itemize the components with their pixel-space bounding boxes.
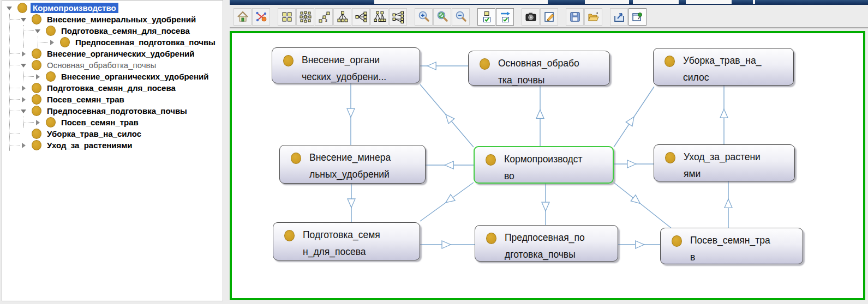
tree-item-label[interactable]: Основная_обработка_почвы [45, 60, 158, 70]
expand-arrow-icon[interactable] [21, 97, 32, 102]
tree-horizontal-layout-icon [355, 10, 368, 23]
tree-row[interactable]: Посев_семян_трав [35, 117, 223, 128]
network-button[interactable] [252, 8, 270, 26]
pin-button[interactable] [628, 8, 646, 26]
node-label: Уход_за_растениями [684, 145, 794, 183]
tree-item-label[interactable]: Кормопроизводство [31, 3, 118, 13]
export-button[interactable] [610, 8, 628, 26]
ontograf-view: s Внесение_органических_удобрени...Основ… [230, 0, 868, 304]
tree-item-label[interactable]: Внесение_минеральных_удобрений [45, 14, 198, 25]
open-folder-button[interactable] [584, 8, 602, 26]
edit-view-button[interactable] [540, 8, 558, 26]
tree-item-label[interactable]: Посев_семян_трав [59, 117, 141, 127]
tree-item-label[interactable]: Внесение_органических_удобрений [45, 48, 196, 59]
graph-canvas[interactable]: Внесение_органических_удобрени...Основна… [230, 31, 865, 300]
expand-arrow-icon[interactable] [21, 51, 32, 57]
class-icon [32, 94, 41, 105]
expand-arrow-icon[interactable] [35, 74, 46, 80]
grid-layout-button[interactable] [278, 8, 296, 26]
collapse-arrow-icon[interactable] [21, 106, 32, 116]
graph-node[interactable]: Внесение_минеральных_удобрений [279, 145, 426, 184]
tree-item-label[interactable]: Подготовка_семян_для_посева [59, 26, 192, 36]
graph-node[interactable]: Уход_за_растениями [654, 144, 795, 181]
zoom-reset-icon [436, 10, 449, 23]
class-tree: КормопроизводствоВнесение_минеральных_уд… [2, 1, 223, 151]
tree-row[interactable]: Предпосевная_подготовка_почвы [49, 37, 223, 48]
open-folder-icon [587, 10, 600, 23]
toolbar-group [415, 8, 470, 26]
tree-row[interactable]: Внесение_органических_удобрений [21, 48, 223, 59]
tab-fragment [374, 0, 548, 4]
zoom-out-button[interactable] [452, 8, 470, 26]
node-label: Внесение_минеральных_удобрений [309, 145, 425, 183]
tree-row[interactable]: Подготовка_семян_для_посева [21, 82, 223, 94]
pin-icon [631, 10, 644, 23]
class-icon [32, 83, 41, 93]
class-icon [46, 117, 56, 127]
tree-item-label[interactable]: Предпосевная_подготовка_почвы [45, 106, 189, 116]
save-button[interactable] [566, 8, 584, 26]
tree-item-label[interactable]: Уход_за_растениями [45, 140, 135, 150]
graph-node[interactable]: Уборка_трав_на_силос [653, 48, 794, 86]
expand-arrow-icon[interactable] [21, 86, 32, 91]
tree-row[interactable]: Внесение_органических_удобрений [35, 71, 223, 82]
class-icon [32, 106, 41, 116]
tree-item-label[interactable]: Предпосевная_подготовка_почвы [73, 37, 218, 47]
class-icon [32, 129, 41, 139]
tree-horizontal2-layout-button[interactable] [389, 8, 407, 26]
edit-view-icon [543, 10, 556, 23]
zoom-in-button[interactable] [415, 8, 433, 26]
node-label: Уборка_трав_на_силос [683, 48, 793, 86]
collapse-arrow-icon[interactable] [21, 15, 32, 25]
radial-layout-icon [299, 10, 312, 23]
node-label: Предпосевная_подготовка_почвы [505, 226, 618, 263]
zoom-reset-button[interactable] [433, 8, 451, 26]
graph-node[interactable]: Посев_семян_трав [660, 228, 803, 264]
tree-row[interactable]: Посев_семян_трав [21, 94, 223, 105]
tree-item-label[interactable]: Посев_семян_трав [45, 94, 127, 105]
tree-row[interactable]: Внесение_минеральных_удобрений [21, 14, 223, 25]
toolbar-group [610, 8, 647, 26]
tree-horizontal-layout-button[interactable] [352, 8, 370, 26]
tab-fragment [686, 0, 732, 4]
tree-row[interactable]: Уборка_трав_на_силос [21, 128, 223, 139]
class-icon [283, 55, 294, 66]
home-button[interactable] [234, 8, 252, 26]
home-icon [236, 10, 249, 23]
collapse-arrow-icon[interactable] [35, 26, 46, 36]
expand-arrow-icon[interactable] [35, 120, 46, 125]
tree-row[interactable]: Подготовка_семян_для_посева [35, 25, 223, 37]
ontograf-toolbar: s [230, 6, 868, 28]
expand-arrow-icon[interactable] [21, 143, 32, 148]
graph-node-selected[interactable]: Кормопроизводство [474, 146, 614, 184]
tree-vertical-layout-button[interactable] [333, 8, 351, 26]
tree-vertical2-layout-button[interactable] [370, 8, 388, 26]
tree-row[interactable]: Основная_обработка_почвы [21, 59, 223, 71]
graph-node[interactable]: Предпосевная_подготовка_почвы [475, 225, 618, 262]
graph-node[interactable]: Внесение_органических_удобрени... [272, 47, 420, 83]
save-icon [568, 10, 582, 23]
class-icon [672, 235, 682, 247]
tree-row[interactable]: Уход_за_растениями [21, 139, 223, 151]
camera-button[interactable] [522, 8, 540, 26]
radial-layout-button[interactable] [296, 8, 314, 26]
collapse-arrow-icon[interactable] [7, 3, 17, 13]
tree-vertical-layout-icon [336, 10, 349, 23]
tree-item-label[interactable]: Внесение_органических_удобрений [59, 71, 211, 82]
tree-item-label[interactable]: Подготовка_семян_для_посева [45, 83, 178, 93]
graph-node[interactable]: Подготовка_семян_для_посева [273, 222, 420, 260]
collapse-arrow-icon[interactable] [21, 60, 32, 70]
class-icon [665, 56, 675, 67]
class-icon [32, 140, 41, 150]
class-icon [32, 14, 41, 25]
tree-row[interactable]: Кормопроизводство [7, 2, 223, 14]
tree-row[interactable]: Предпосевная_подготовка_почвы [21, 105, 223, 117]
arc-checkbox-button[interactable] [496, 8, 514, 26]
toolbar-group [234, 8, 271, 26]
graph-node[interactable]: Основная_обработка_почвы [468, 51, 610, 86]
class-icon [291, 153, 301, 164]
node-checkbox-button[interactable] [477, 8, 495, 26]
spring-layout-button[interactable]: s [315, 8, 333, 26]
expand-arrow-icon[interactable] [49, 40, 60, 45]
tree-item-label[interactable]: Уборка_трав_на_силос [45, 129, 143, 139]
